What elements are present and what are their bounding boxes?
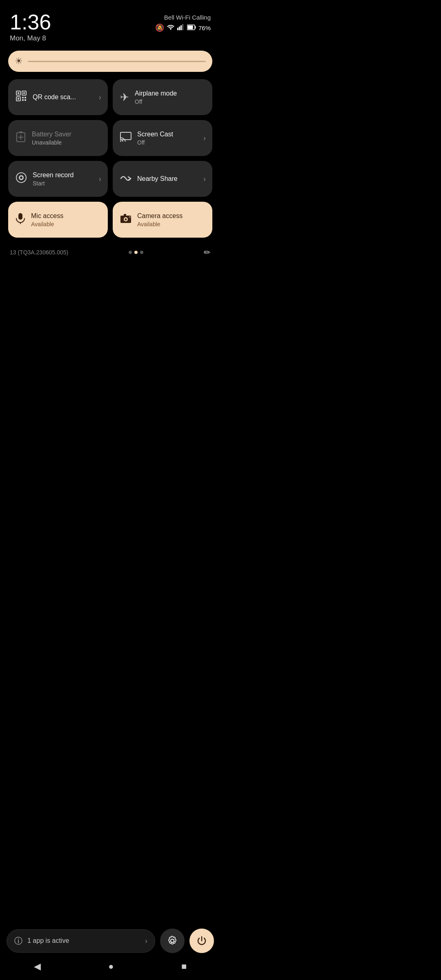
- tile-battery-saver[interactable]: Battery Saver Unavailable: [8, 120, 108, 156]
- screen-record-subtitle: Start: [33, 180, 74, 187]
- airplane-title: Airplane mode: [135, 89, 177, 97]
- status-right: Bell Wi-Fi Calling 🔕: [155, 11, 211, 32]
- tile-mic-access[interactable]: Mic access Available: [8, 202, 108, 238]
- status-left: 1:36 Mon, May 8: [10, 11, 51, 42]
- svg-rect-10: [23, 92, 25, 94]
- airplane-subtitle: Off: [135, 98, 177, 105]
- svg-rect-13: [22, 97, 24, 98]
- battery-saver-icon: [16, 131, 26, 145]
- brightness-slider[interactable]: ☀: [8, 51, 212, 72]
- carrier-label: Bell Wi-Fi Calling: [164, 14, 211, 21]
- qr-code-chevron: ›: [99, 93, 101, 102]
- brightness-icon: ☀: [15, 56, 23, 67]
- tile-screen-cast[interactable]: Screen Cast Off ›: [113, 120, 212, 156]
- svg-rect-33: [124, 214, 126, 216]
- nearby-share-text: Nearby Share: [137, 175, 178, 183]
- svg-rect-6: [187, 25, 193, 29]
- svg-rect-28: [18, 213, 22, 220]
- page-dots: [129, 251, 143, 254]
- svg-rect-3: [182, 24, 183, 30]
- svg-rect-1: [179, 27, 180, 30]
- signal-icon: [177, 24, 185, 32]
- tile-camera-access[interactable]: Camera access Available: [113, 202, 212, 238]
- tile-nearby-share[interactable]: Nearby Share ›: [113, 161, 212, 197]
- mic-access-text: Mic access Available: [31, 212, 63, 227]
- airplane-icon: ✈: [120, 91, 129, 104]
- screen-cast-chevron: ›: [203, 134, 206, 143]
- brightness-track: [28, 61, 206, 62]
- airplane-text: Airplane mode Off: [135, 89, 177, 105]
- edit-icon[interactable]: ✏: [204, 247, 211, 257]
- svg-rect-0: [177, 28, 178, 30]
- qr-code-icon: [16, 90, 27, 105]
- svg-point-22: [120, 140, 121, 142]
- qr-code-text: QR code sca...: [33, 93, 76, 101]
- date: Mon, May 8: [10, 34, 51, 42]
- quick-tiles-grid: QR code sca... › ✈ Airplane mode Off Bat…: [0, 79, 220, 238]
- battery-icon: [187, 24, 196, 32]
- svg-rect-5: [195, 26, 196, 29]
- screen-cast-title: Screen Cast: [137, 130, 173, 138]
- mic-access-title: Mic access: [31, 212, 63, 220]
- svg-rect-2: [180, 25, 182, 30]
- screen-record-title: Screen record: [33, 171, 74, 179]
- svg-point-25: [20, 176, 22, 179]
- dot-2: [134, 251, 138, 254]
- mic-icon: [16, 213, 25, 227]
- battery-saver-title: Battery Saver: [32, 130, 71, 138]
- screen-cast-icon: [120, 132, 131, 145]
- camera-access-title: Camera access: [137, 212, 183, 220]
- screen-cast-text: Screen Cast Off: [137, 130, 173, 145]
- camera-access-text: Camera access Available: [137, 212, 183, 227]
- battery-saver-text: Battery Saver Unavailable: [32, 130, 71, 145]
- dot-3: [140, 251, 143, 254]
- svg-rect-8: [18, 92, 19, 94]
- camera-icon: [120, 214, 131, 226]
- qr-code-title: QR code sca...: [33, 93, 76, 101]
- svg-rect-16: [24, 99, 26, 101]
- battery-level: 76%: [198, 24, 211, 31]
- screen-cast-subtitle: Off: [137, 139, 173, 146]
- tile-screen-record[interactable]: Screen record Start ›: [8, 161, 108, 197]
- svg-rect-14: [24, 97, 26, 98]
- clock: 1:36: [10, 11, 51, 33]
- nearby-share-chevron: ›: [203, 175, 206, 183]
- mute-icon: 🔕: [155, 23, 164, 32]
- camera-access-subtitle: Available: [137, 221, 183, 227]
- svg-rect-15: [22, 99, 24, 101]
- nearby-share-icon: [120, 173, 131, 185]
- screen-record-icon: [16, 172, 27, 186]
- wifi-icon: [167, 24, 175, 32]
- build-number: 13 (TQ3A.230605.005): [10, 249, 68, 256]
- status-icons: 🔕 76%: [155, 23, 211, 32]
- tile-airplane-mode[interactable]: ✈ Airplane mode Off: [113, 79, 212, 115]
- mic-access-subtitle: Available: [31, 221, 63, 227]
- svg-rect-34: [129, 216, 131, 218]
- battery-saver-subtitle: Unavailable: [32, 139, 71, 146]
- screen-record-chevron: ›: [99, 175, 101, 183]
- status-bar: 1:36 Mon, May 8 Bell Wi-Fi Calling 🔕: [0, 0, 220, 47]
- svg-rect-12: [18, 98, 19, 100]
- svg-rect-18: [19, 131, 22, 133]
- nearby-share-title: Nearby Share: [137, 175, 178, 183]
- svg-line-27: [128, 178, 131, 180]
- screen-record-text: Screen record Start: [33, 171, 74, 186]
- svg-rect-21: [120, 132, 131, 140]
- footer: 13 (TQ3A.230605.005) ✏: [0, 241, 220, 264]
- svg-point-32: [125, 218, 127, 220]
- dot-1: [129, 251, 132, 254]
- tile-qr-code-scan[interactable]: QR code sca... ›: [8, 79, 108, 115]
